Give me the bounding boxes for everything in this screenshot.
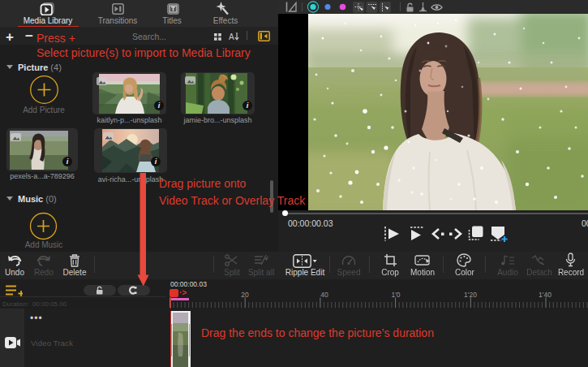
svg-text:20: 20	[241, 291, 249, 299]
svg-text:A: A	[229, 32, 234, 41]
svg-text:40: 40	[320, 291, 328, 299]
svg-text:1'0: 1'0	[391, 291, 400, 299]
svg-text:1'20: 1'20	[464, 291, 477, 299]
svg-text:1'40: 1'40	[539, 291, 552, 299]
